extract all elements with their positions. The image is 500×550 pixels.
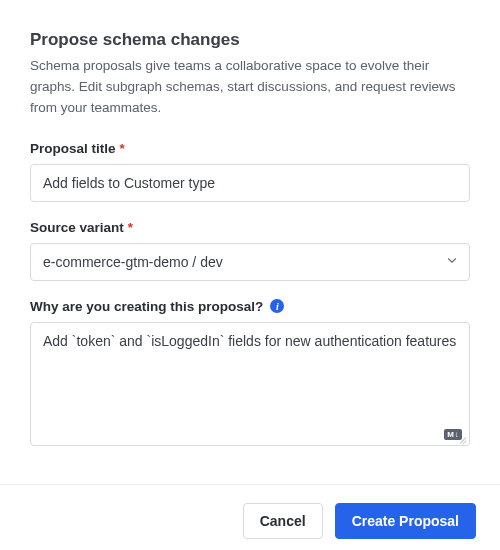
required-indicator: *	[128, 220, 133, 235]
why-label: Why are you creating this proposal? i	[30, 299, 470, 314]
field-proposal-title: Proposal title *	[30, 141, 470, 202]
page-title: Propose schema changes	[30, 30, 470, 50]
resize-handle[interactable]	[458, 434, 468, 444]
cancel-button[interactable]: Cancel	[243, 503, 323, 539]
field-why: Why are you creating this proposal? i M↓	[30, 299, 470, 446]
source-variant-label-text: Source variant	[30, 220, 124, 235]
field-source-variant: Source variant * e-commerce-gtm-demo / d…	[30, 220, 470, 281]
proposal-title-input[interactable]	[30, 164, 470, 202]
why-textarea-wrap: M↓	[30, 322, 470, 446]
source-variant-select[interactable]: e-commerce-gtm-demo / dev	[30, 243, 470, 281]
info-icon[interactable]: i	[270, 299, 284, 313]
dialog-footer: Cancel Create Proposal	[0, 484, 500, 550]
source-variant-value: e-commerce-gtm-demo / dev	[31, 244, 469, 280]
why-label-text: Why are you creating this proposal?	[30, 299, 263, 314]
proposal-title-label: Proposal title *	[30, 141, 470, 156]
dialog-content: Propose schema changes Schema proposals …	[0, 0, 500, 484]
why-textarea[interactable]	[30, 322, 470, 446]
create-proposal-button[interactable]: Create Proposal	[335, 503, 476, 539]
required-indicator: *	[120, 141, 125, 156]
source-variant-label: Source variant *	[30, 220, 470, 235]
proposal-title-label-text: Proposal title	[30, 141, 116, 156]
page-description: Schema proposals give teams a collaborat…	[30, 56, 470, 119]
